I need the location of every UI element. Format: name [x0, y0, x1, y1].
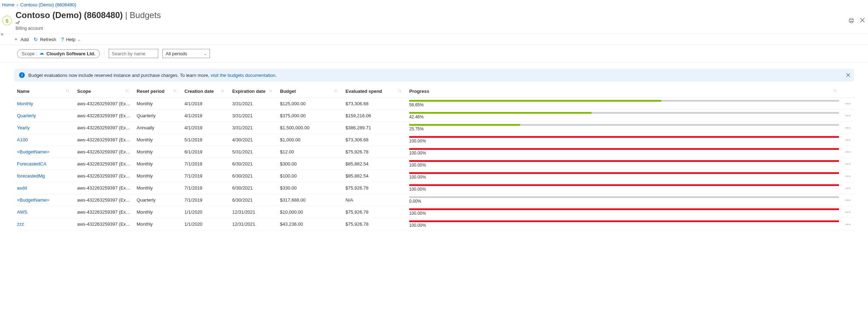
spend-cell: N/A [343, 194, 406, 206]
budget-link[interactable]: Quarterly [17, 113, 36, 118]
spend-cell: $75,926.78 [343, 146, 406, 158]
scope-cell: aws-432263259397 (External ... [74, 146, 134, 158]
table-row[interactable]: Quarterlyaws-432263259397 (External ...Q… [14, 110, 854, 122]
breadcrumb-current[interactable]: Contoso (Demo) (8608480) [20, 2, 76, 7]
sort-icon[interactable]: ↑↓ [173, 89, 177, 92]
table-row[interactable]: Monthlyaws-432263259397 (External ...Mon… [14, 98, 854, 110]
row-menu-icon[interactable]: ⋯ [845, 125, 851, 131]
budget-link[interactable]: AWS [17, 209, 27, 215]
search-input[interactable] [109, 49, 158, 58]
table-row[interactable]: <BudgetName>aws-432263259397 (External .… [14, 194, 854, 206]
col-spend[interactable]: Evaluated spend↑↓ [343, 85, 406, 98]
refresh-button[interactable]: ↻ Refresh [34, 36, 56, 42]
table-row[interactable]: forecastedMgaws-432263259397 (External .… [14, 170, 854, 182]
budget-link[interactable]: Monthly [17, 101, 33, 106]
scope-cell: aws-432263259397 (External ... [74, 122, 134, 134]
content: i Budget evaluations now include reserve… [0, 62, 868, 244]
row-menu-icon[interactable]: ⋯ [845, 137, 851, 143]
info-doc-link[interactable]: visit the budgets documentation. [211, 73, 276, 78]
progress-cell: 100.00% [406, 206, 842, 218]
add-label: Add [21, 37, 29, 42]
pin-icon[interactable] [16, 20, 845, 25]
scope-cell: aws-432263259397 (External ... [74, 206, 134, 218]
row-menu-icon[interactable]: ⋯ [845, 209, 851, 215]
expiration-cell: 4/30/2021 [229, 134, 277, 146]
title-sep: | [123, 10, 130, 20]
close-icon[interactable] [860, 17, 865, 24]
sort-icon[interactable]: ↑↓ [221, 89, 224, 92]
scope-selector[interactable]: Scope : Cloudyn Software Ltd. [17, 49, 100, 58]
sort-icon[interactable]: ↑↓ [334, 89, 338, 92]
col-progress-label: Progress [409, 89, 429, 94]
print-icon[interactable] [848, 17, 855, 24]
col-budget[interactable]: Budget↑↓ [277, 85, 343, 98]
reset-cell: Annually [134, 122, 182, 134]
spend-cell: $85,882.54 [343, 170, 406, 182]
progress-cell: 25.75% [406, 122, 842, 134]
spend-cell: $73,306.68 [343, 98, 406, 110]
row-menu-icon[interactable]: ⋯ [845, 173, 851, 179]
budget-link[interactable]: asdd [17, 185, 27, 191]
table-row[interactable]: ForecastedCAaws-432263259397 (External .… [14, 158, 854, 170]
sort-icon[interactable]: ↑↓ [833, 89, 837, 92]
reset-cell: Monthly [134, 170, 182, 182]
col-spend-label: Evaluated spend [346, 89, 382, 94]
budget-link[interactable]: ForecastedCA [17, 161, 46, 167]
budget-link[interactable]: zzz [17, 221, 24, 227]
progress-cell: 0.00% [406, 194, 842, 206]
sort-icon[interactable]: ↑↓ [66, 89, 69, 92]
scope-cell: aws-432263259397 (External ... [74, 170, 134, 182]
budget-link[interactable]: forecastedMg [17, 173, 45, 179]
row-menu-icon[interactable]: ⋯ [845, 161, 851, 167]
add-button[interactable]: ＋ Add [13, 36, 29, 43]
breadcrumb-home[interactable]: Home [2, 2, 15, 7]
budget-cell: $125,000.00 [277, 98, 343, 110]
budget-link[interactable]: <BudgetName> [17, 149, 49, 154]
table-row[interactable]: AWSaws-432263259397 (External ...Monthly… [14, 206, 854, 218]
col-scope[interactable]: Scope↑↓ [74, 85, 134, 98]
table-row[interactable]: asddaws-432263259397 (External ...Monthl… [14, 182, 854, 194]
help-label: Help [66, 37, 75, 42]
plus-icon: ＋ [13, 36, 18, 43]
spend-cell: $75,926.78 [343, 206, 406, 218]
period-select[interactable]: All periods ⌄ [162, 49, 210, 58]
row-menu-icon[interactable]: ⋯ [845, 149, 851, 155]
table-row[interactable]: <BudgetName>aws-432263259397 (External .… [14, 146, 854, 158]
sort-icon[interactable]: ↑↓ [125, 89, 129, 92]
budget-cell: $10,000.00 [277, 206, 343, 218]
title-section: Budgets [130, 10, 161, 20]
budget-link[interactable]: Yearly [17, 125, 30, 130]
spend-cell: $73,306.68 [343, 134, 406, 146]
table-row[interactable]: Yearlyaws-432263259397 (External ...Annu… [14, 122, 854, 134]
expand-sidebar-icon[interactable]: » [1, 31, 4, 37]
table-row[interactable]: A100aws-432263259397 (External ...Monthl… [14, 134, 854, 146]
budget-link[interactable]: <BudgetName> [17, 197, 49, 203]
creation-cell: 7/1/2019 [182, 182, 229, 194]
info-text: Budget evaluations now include reserved … [28, 73, 276, 78]
col-creation[interactable]: Creation date↑↓ [182, 85, 229, 98]
col-reset[interactable]: Reset period↑↓ [134, 85, 182, 98]
row-menu-icon[interactable]: ⋯ [845, 113, 851, 119]
help-button[interactable]: ? Help ⌄ [61, 36, 81, 42]
col-expiration[interactable]: Expiration date↑↓ [229, 85, 277, 98]
row-menu-icon[interactable]: ⋯ [845, 221, 851, 227]
row-menu-icon[interactable]: ⋯ [845, 101, 851, 107]
close-banner-icon[interactable] [846, 73, 850, 77]
budgets-table: Name↑↓ Scope↑↓ Reset period↑↓ Creation d… [14, 85, 854, 230]
scope-cell: aws-432263259397 (External ... [74, 158, 134, 170]
spend-cell: $85,882.54 [343, 158, 406, 170]
page-header: $ Contoso (Demo) (8608480) | Budgets Bil… [0, 10, 868, 32]
svg-rect-0 [850, 18, 853, 20]
sort-icon[interactable]: ↑↓ [398, 89, 401, 92]
col-name[interactable]: Name↑↓ [14, 85, 74, 98]
filter-bar: Scope : Cloudyn Software Ltd. All period… [0, 45, 868, 62]
col-progress[interactable]: Progress↑↓ [406, 85, 842, 98]
expiration-cell: 3/31/2021 [229, 110, 277, 122]
budgets-icon: $ [2, 16, 12, 26]
sort-icon[interactable]: ↑↓ [269, 89, 272, 92]
budget-link[interactable]: A100 [17, 137, 28, 142]
row-menu-icon[interactable]: ⋯ [845, 185, 851, 191]
table-row[interactable]: zzzaws-432263259397 (External ...Monthly… [14, 218, 854, 230]
expiration-cell: 3/31/2021 [229, 98, 277, 110]
row-menu-icon[interactable]: ⋯ [845, 197, 851, 203]
